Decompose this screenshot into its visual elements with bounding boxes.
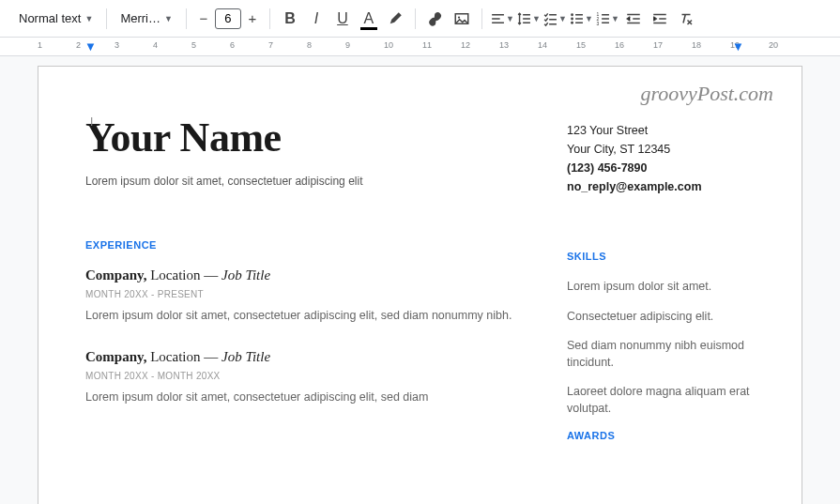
svg-point-2	[571, 13, 573, 16]
job-description: Lorem ipsum dolor sit amet, consectetuer…	[85, 389, 520, 406]
bold-button[interactable]: B	[278, 7, 302, 31]
decrease-font-button[interactable]: −	[194, 8, 213, 29]
ruler-tick: 5	[191, 40, 196, 50]
ruler-tick: 9	[345, 40, 350, 50]
job-title-line: Company, Location — Job Title	[85, 267, 520, 283]
formatting-toolbar: Normal text ▼ Merri… ▼ − + B I U A ▼ ▼ ▼…	[0, 0, 840, 38]
ruler-tick: 15	[576, 40, 586, 50]
numbered-list-icon: 123	[595, 10, 611, 27]
separator	[481, 8, 482, 29]
ruler-tick: 6	[230, 40, 235, 50]
svg-point-4	[571, 21, 573, 23]
left-indent-marker[interactable]: ▼	[84, 39, 97, 53]
ruler-tick: 3	[115, 40, 119, 50]
contact-city: Your City, ST 12345	[567, 140, 755, 159]
highlight-button[interactable]	[383, 7, 407, 31]
increase-indent-button[interactable]	[648, 7, 672, 31]
job-entry: Company, Location — Job TitleMONTH 20XX …	[85, 267, 520, 325]
text-color-button[interactable]: A	[357, 7, 381, 31]
contact-phone: (123) 456-7890	[567, 159, 755, 177]
chevron-down-icon: ▼	[506, 14, 514, 23]
skill-item: Sed diam nonummy nibh euismod tincidunt.	[567, 338, 755, 371]
align-button[interactable]: ▼	[490, 7, 514, 31]
separator	[106, 8, 107, 29]
chevron-down-icon: ▼	[585, 14, 593, 23]
font-label: Merri…	[120, 11, 160, 25]
clear-formatting-button[interactable]	[674, 7, 698, 31]
indent-decrease-icon	[625, 10, 642, 27]
align-left-icon	[490, 10, 506, 27]
italic-button[interactable]: I	[304, 7, 328, 31]
watermark-text: groovyPost.com	[640, 82, 773, 106]
font-size-group: − +	[194, 8, 262, 29]
skill-item: Laoreet dolore magna aliquam erat volutp…	[567, 384, 755, 417]
contact-email: no_reply@example.com	[567, 177, 755, 196]
chevron-down-icon: ▼	[84, 14, 93, 23]
right-column: 123 Your Street Your City, ST 12345 (123…	[567, 114, 755, 458]
svg-point-1	[458, 16, 460, 18]
contact-block: 123 Your Street Your City, ST 12345 (123…	[567, 121, 755, 196]
ruler-tick: 11	[422, 40, 432, 50]
underline-button[interactable]: U	[330, 7, 355, 31]
increase-font-button[interactable]: +	[243, 8, 262, 29]
font-family-select[interactable]: Merri… ▼	[115, 8, 178, 29]
ruler-tick: 7	[268, 40, 273, 50]
right-indent-marker[interactable]: ▼	[732, 39, 744, 53]
indent-increase-icon	[651, 10, 668, 27]
document-canvas: groovyPost.com I Your Name Lorem ipsum d…	[0, 56, 840, 504]
decrease-indent-button[interactable]	[621, 7, 646, 31]
document-page[interactable]: groovyPost.com I Your Name Lorem ipsum d…	[38, 66, 802, 504]
contact-street: 123 Your Street	[567, 121, 755, 140]
chevron-down-icon: ▼	[558, 14, 567, 23]
ruler-tick: 20	[769, 40, 778, 50]
link-icon	[427, 10, 444, 27]
ruler-tick: 8	[307, 40, 312, 50]
image-icon	[453, 10, 470, 27]
highlighter-icon	[387, 10, 404, 27]
chevron-down-icon: ▼	[611, 14, 619, 23]
awards-heading: AWARDS	[567, 430, 755, 441]
ruler-tick: 18	[692, 40, 701, 50]
ruler-tick: 12	[461, 40, 470, 50]
clear-format-icon	[678, 10, 695, 27]
left-column: Your Name Lorem ipsum dolor sit amet, co…	[85, 114, 520, 458]
horizontal-ruler[interactable]: 1234567891011121314151617181920 ▼ ▼	[0, 38, 840, 56]
chevron-down-icon: ▼	[164, 14, 173, 23]
skill-item: Lorem ipsum dolor sit amet.	[567, 279, 755, 296]
line-spacing-button[interactable]: ▼	[516, 7, 541, 31]
resume-tagline: Lorem ipsum dolor sit amet, consectetuer…	[85, 175, 520, 188]
svg-text:3: 3	[596, 21, 599, 26]
resume-layout: Your Name Lorem ipsum dolor sit amet, co…	[85, 114, 755, 458]
experience-heading: EXPERIENCE	[85, 239, 520, 251]
ruler-tick: 16	[615, 40, 624, 50]
style-label: Normal text	[19, 11, 81, 25]
bullet-list-icon	[569, 10, 585, 27]
cursor-indicator: I	[90, 115, 93, 129]
ruler-tick: 1	[38, 40, 42, 50]
insert-image-button[interactable]	[450, 7, 474, 31]
line-spacing-icon	[516, 10, 532, 27]
ruler-tick: 14	[538, 40, 547, 50]
job-title-line: Company, Location — Job Title	[85, 349, 520, 365]
chevron-down-icon: ▼	[532, 14, 541, 23]
skills-heading: SKILLS	[567, 251, 755, 262]
skill-item: Consectetuer adipiscing elit.	[567, 309, 755, 326]
bullet-list-button[interactable]: ▼	[569, 7, 593, 31]
paragraph-style-select[interactable]: Normal text ▼	[13, 8, 99, 29]
numbered-list-button[interactable]: 123 ▼	[595, 7, 619, 31]
ruler-tick: 4	[153, 40, 158, 50]
ruler-tick: 13	[499, 40, 509, 50]
separator	[186, 8, 187, 29]
ruler-tick: 17	[653, 40, 663, 50]
checklist-button[interactable]: ▼	[542, 7, 567, 31]
ruler-tick: 10	[384, 40, 393, 50]
job-date: MONTH 20XX - PRESENT	[85, 289, 520, 299]
job-entry: Company, Location — Job TitleMONTH 20XX …	[85, 349, 520, 406]
svg-point-3	[571, 17, 573, 20]
insert-link-button[interactable]	[423, 7, 448, 31]
separator	[415, 8, 416, 29]
checklist-icon	[542, 10, 558, 27]
font-size-input[interactable]	[215, 8, 241, 29]
resume-name: Your Name	[85, 114, 520, 161]
ruler-tick: 2	[76, 40, 81, 50]
